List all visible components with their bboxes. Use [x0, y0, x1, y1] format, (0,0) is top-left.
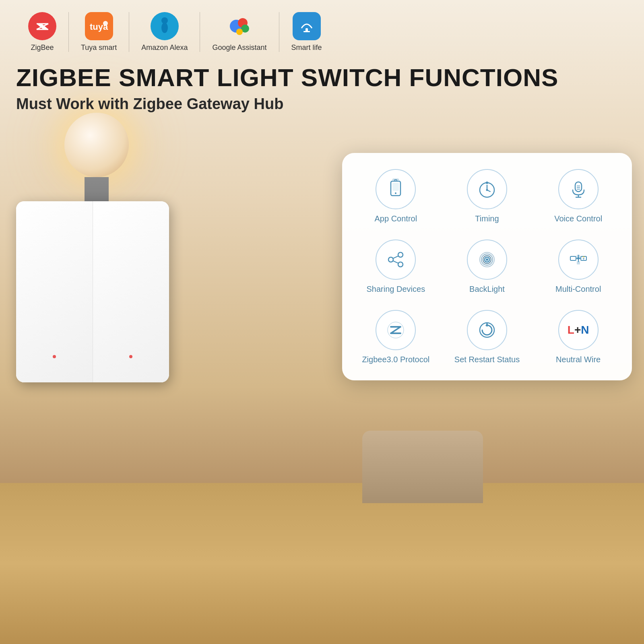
feature-backlight: BackLight	[446, 239, 529, 294]
top-area: ZigBee tuya Tuya smart Amazon Alexa	[0, 0, 644, 129]
brand-alexa: Amazon Alexa	[129, 12, 200, 52]
restart-circle	[467, 310, 507, 350]
alexa-label: Amazon Alexa	[141, 43, 188, 52]
features-card: App Control Timing	[342, 153, 632, 380]
google-label: Google Assistant	[212, 43, 266, 52]
feature-neutral-wire: L+N Neutral Wire	[537, 310, 620, 364]
smartlife-label: Smart life	[291, 43, 322, 52]
svg-rect-36	[570, 256, 576, 260]
switch-dot-left	[53, 355, 56, 358]
main-headline: ZIGBEE SMART LIGHT SWITCH FUNCTIONS	[16, 64, 628, 91]
app-control-label: App Control	[375, 214, 417, 223]
svg-point-4	[161, 17, 168, 24]
feature-app-control: App Control	[354, 169, 438, 223]
svg-point-1	[103, 21, 108, 26]
backlight-label: BackLight	[469, 285, 505, 294]
svg-point-3	[161, 23, 168, 33]
timing-circle	[467, 169, 507, 209]
svg-rect-20	[575, 182, 582, 192]
restart-label: Set Restart Status	[454, 355, 520, 364]
multi-control-label: Multi-Control	[555, 285, 601, 294]
voice-control-label: Voice Control	[554, 214, 602, 223]
feature-voice-control: Voice Control	[537, 169, 620, 223]
app-control-circle	[376, 169, 416, 209]
alexa-icon	[151, 12, 179, 40]
feature-zigbee-protocol: Zigbee3.0 Protocol	[354, 310, 438, 364]
svg-point-14	[395, 192, 396, 194]
svg-line-29	[393, 256, 398, 258]
svg-point-8	[236, 29, 243, 35]
smartlife-icon	[293, 12, 321, 40]
zigbee-label: ZigBee	[31, 43, 54, 52]
sharing-label: Sharing Devices	[367, 285, 425, 294]
svg-line-30	[393, 261, 398, 263]
switch-device	[16, 201, 169, 382]
svg-point-26	[398, 252, 403, 257]
brands-row: ZigBee tuya Tuya smart Amazon Alexa	[16, 12, 628, 52]
svg-point-16	[486, 182, 488, 184]
feature-restart: Set Restart Status	[446, 310, 529, 364]
backlight-circle	[467, 239, 507, 280]
floor-background	[0, 483, 644, 644]
brand-google: Google Assistant	[200, 12, 279, 52]
switch-right	[93, 201, 169, 382]
zigbee-protocol-label: Zigbee3.0 Protocol	[362, 355, 429, 364]
brand-tuya: tuya Tuya smart	[69, 12, 129, 52]
sharing-circle	[376, 239, 416, 280]
google-icon	[225, 12, 254, 40]
neutral-wire-label: Neutral Wire	[556, 355, 601, 364]
feature-sharing: Sharing Devices	[354, 239, 438, 294]
brand-zigbee: ZigBee	[16, 12, 69, 52]
svg-rect-11	[303, 31, 310, 32]
sub-headline: Must Work with Zigbee Gateway Hub	[16, 95, 628, 113]
timing-label: Timing	[475, 214, 499, 223]
svg-point-35	[486, 258, 488, 261]
switch-left	[16, 201, 93, 382]
brand-smartlife: Smart life	[279, 12, 334, 52]
svg-point-27	[388, 257, 393, 262]
zigbee-protocol-circle	[376, 310, 416, 350]
svg-point-41	[577, 257, 580, 260]
feature-multi-control: Multi-Control	[537, 239, 620, 294]
switch-dot-right	[129, 355, 132, 358]
svg-point-28	[398, 262, 403, 267]
features-grid: App Control Timing	[354, 169, 620, 364]
neutral-wire-circle: L+N	[558, 310, 599, 350]
tuya-label: Tuya smart	[81, 43, 117, 52]
svg-rect-9	[297, 17, 316, 35]
voice-circle	[558, 169, 599, 209]
tuya-icon: tuya	[85, 12, 113, 40]
feature-timing: Timing	[446, 169, 529, 223]
svg-rect-13	[392, 183, 399, 191]
zigbee-icon	[28, 12, 56, 40]
sofa-decoration	[362, 431, 483, 503]
svg-point-19	[486, 189, 488, 191]
ln-text: L+N	[568, 324, 589, 336]
multi-circle	[558, 239, 599, 280]
